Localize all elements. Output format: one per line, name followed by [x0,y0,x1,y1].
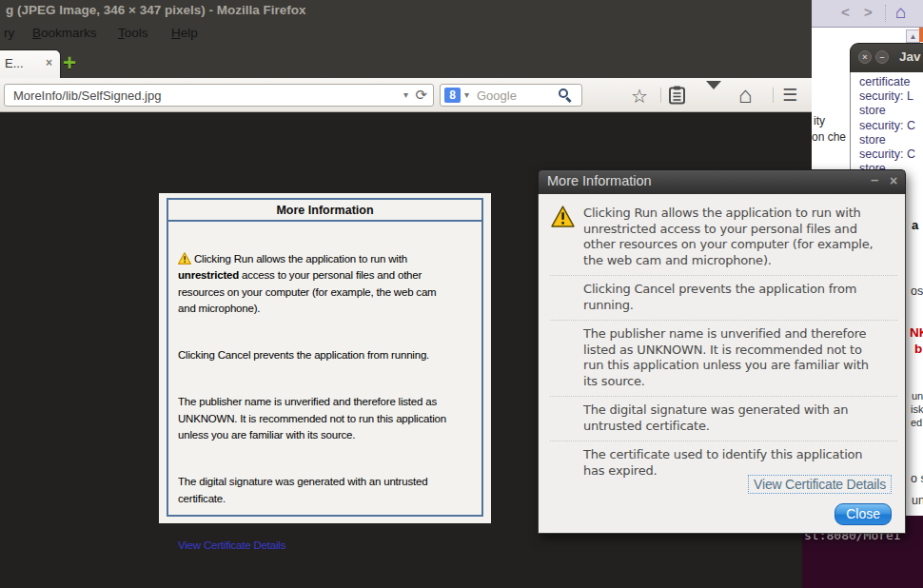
image-paragraph-signature: The digital signature was generated with… [178,474,475,507]
image-dialog-frame: More Information Clicking Run allows the… [167,198,483,517]
page-text-fragment: ed [911,417,922,428]
warning-icon [178,252,191,265]
menubar: ry Bookmarks Tools Help [0,23,923,46]
forward-icon[interactable]: > [864,4,873,20]
window-title: g (JPEG Image, 346 × 347 pixels) - Mozil… [6,3,306,17]
paragraph-publisher: The publisher name is unverified and the… [550,320,897,396]
close-button[interactable]: Close [835,503,892,525]
console-line: certificate [859,75,923,89]
page-text-fragment: isk [911,403,923,415]
console-titlebar[interactable]: × – Jav [850,43,923,72]
menu-history[interactable]: ry [4,26,14,40]
console-line: store [859,133,923,147]
console-minimize-icon[interactable]: – [875,50,889,64]
paragraph-cancel: Clicking Cancel prevents the application… [550,275,897,320]
search-icon[interactable] [559,88,568,98]
close-button-row: Close [835,503,892,525]
view-certificate-details-link[interactable]: View Certificate Details [748,475,892,494]
dialog-close-icon[interactable]: × [890,173,897,188]
dialog-text-sections: Clicking Run allows the application to r… [550,206,897,485]
bookmark-star-icon[interactable]: ☆ [631,85,648,108]
image-paragraph-run: Clicking Run allows the application to r… [178,251,475,318]
toolbar-separator [773,88,774,103]
applet-navigation-toolbar: < > ⌂ [812,0,923,28]
image-link-java-com: Visit Java.com for more details [Close] [178,584,475,588]
console-line: security: C [859,147,923,162]
url-value: MoreInfo/lib/SelfSigned.jpg [13,88,161,103]
view-certificate-row: View Certificate Details [748,475,892,494]
image-dialog-body: Clicking Run allows the application to r… [168,222,481,588]
page-text-fragment: o s [911,472,923,485]
page-text-fragment: ity [814,114,825,127]
image-paragraph-publisher: The publisher name is unverified and the… [178,394,475,444]
menu-help[interactable]: Help [171,26,198,40]
paragraph-signature: The digital signature was generated with… [550,396,897,441]
dialog-body: Clicking Run allows the application to r… [538,194,906,534]
page-text-fragment: b [914,342,922,356]
page-text-fragment: a [912,218,918,232]
toolbar-separator [885,5,886,22]
applet-home-icon[interactable]: ⌂ [895,2,906,23]
tab-strip: E... × + [0,46,923,78]
background-window-sliver [919,28,923,42]
tab-active[interactable]: E... × [0,49,61,78]
navigation-toolbar: MoreInfo/lib/SelfSigned.jpg ▾ ⟳ 8 ▾ Goog… [0,78,923,112]
scroll-up-arrow[interactable]: ▲ [906,29,920,43]
tab-label: E... [5,56,24,70]
image-paragraph-cancel: Clicking Cancel prevents the application… [178,347,475,364]
hamburger-menu-icon[interactable]: ☰ [782,85,797,106]
page-text-fragment: NK [910,325,923,340]
dialog-titlebar[interactable]: More Information – × [538,169,906,194]
bookmarks-menu-icon[interactable] [668,86,686,108]
image-dialog-title: More Information [168,200,481,222]
more-information-dialog: More Information – × Clicking Run allows… [538,169,906,534]
displayed-jpeg-image: More Information Clicking Run allows the… [159,193,491,523]
url-bar[interactable]: MoreInfo/lib/SelfSigned.jpg ▾ ⟳ [4,84,434,107]
toolbar-separator [660,88,661,103]
dialog-title: More Information [547,173,652,188]
reload-icon[interactable]: ⟳ [415,87,427,104]
page-text-fragment: on che [812,130,846,144]
console-output: certificate security: L store security: … [850,72,923,176]
engine-dropdown-icon[interactable]: ▾ [464,89,469,100]
menu-tools[interactable]: Tools [118,26,148,40]
console-line: security: C [859,119,923,133]
java-console-window: × – Jav certificate security: L store se… [850,43,923,176]
console-line: store [859,104,923,118]
dialog-minimize-icon[interactable]: – [871,171,878,187]
paragraph-run: Clicking Run allows the application to r… [550,206,897,275]
page-text-fragment: un [912,494,923,507]
menu-bookmarks[interactable]: Bookmarks [32,26,97,40]
image-link-view-certificate: View Certificate Details [178,538,475,555]
new-tab-button[interactable]: + [63,49,76,76]
console-line: security: L [859,89,923,104]
home-icon[interactable]: ⌂ [738,82,753,108]
back-icon[interactable]: < [841,4,850,20]
tab-close-icon[interactable]: × [46,56,52,69]
url-dropdown-icon[interactable]: ▾ [403,89,408,100]
console-title: Jav [899,49,921,64]
console-close-icon[interactable]: × [858,50,872,64]
search-input[interactable]: 8 ▾ Google [440,84,582,107]
page-text-fragment: os [911,284,923,298]
downloads-icon[interactable] [706,89,721,107]
page-text-fragment: un [912,390,923,402]
window-titlebar: g (JPEG Image, 346 × 347 pixels) - Mozil… [0,0,923,23]
search-engine-icon[interactable]: 8 [444,88,461,103]
search-placeholder: Google [477,88,517,103]
